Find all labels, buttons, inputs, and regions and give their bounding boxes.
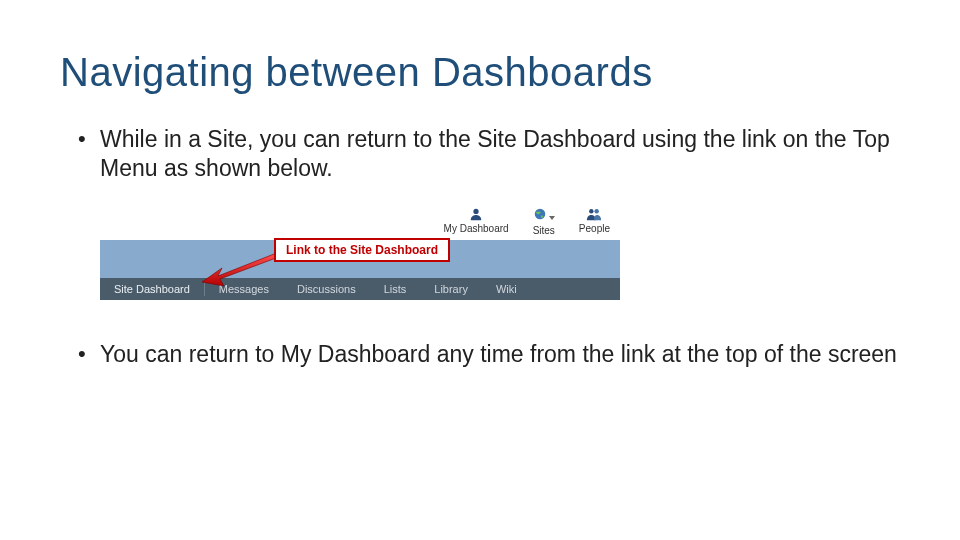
callout-box: Link to the Site Dashboard xyxy=(274,238,450,262)
nav-sites-label: Sites xyxy=(533,225,555,236)
bullet-1: While in a Site, you can return to the S… xyxy=(60,125,900,183)
screenshot-figure: My Dashboard Sites xyxy=(100,201,620,300)
svg-point-1 xyxy=(534,208,545,219)
tab-lists[interactable]: Lists xyxy=(370,278,421,300)
slide: Navigating between Dashboards While in a… xyxy=(0,0,960,540)
bullet-2: You can return to My Dashboard any time … xyxy=(60,340,900,369)
blue-bar: Link to the Site Dashboard xyxy=(100,240,620,278)
tab-library[interactable]: Library xyxy=(420,278,482,300)
tab-site-dashboard[interactable]: Site Dashboard xyxy=(100,278,204,300)
chevron-down-icon xyxy=(549,216,555,220)
tab-wiki[interactable]: Wiki xyxy=(482,278,531,300)
svg-point-3 xyxy=(595,209,599,213)
tab-messages[interactable]: Messages xyxy=(205,278,283,300)
tab-discussions[interactable]: Discussions xyxy=(283,278,370,300)
nav-people-label: People xyxy=(579,223,610,234)
slide-title: Navigating between Dashboards xyxy=(60,50,900,95)
top-nav: My Dashboard Sites xyxy=(100,201,620,240)
person-icon xyxy=(469,207,483,221)
svg-point-2 xyxy=(590,209,594,213)
nav-my-dashboard[interactable]: My Dashboard xyxy=(444,207,509,236)
nav-my-dashboard-label: My Dashboard xyxy=(444,223,509,234)
nav-sites[interactable]: Sites xyxy=(533,207,555,236)
svg-point-0 xyxy=(473,208,478,213)
people-icon xyxy=(586,207,602,221)
globe-icon xyxy=(533,207,547,221)
globe-icon-wrap xyxy=(533,207,555,223)
site-tab-bar: Site Dashboard Messages Discussions List… xyxy=(100,278,620,300)
nav-people[interactable]: People xyxy=(579,207,610,236)
